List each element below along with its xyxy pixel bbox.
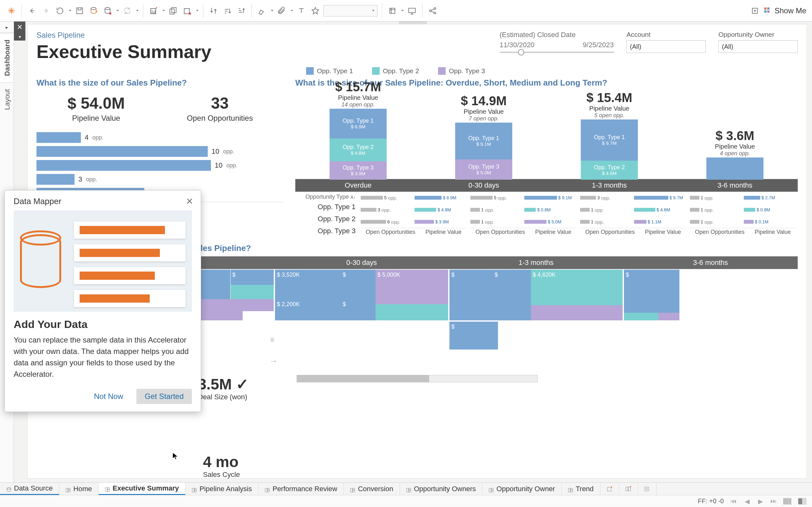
- redo-icon[interactable]: [40, 5, 52, 16]
- tm-cell[interactable]: $ 3,520K: [275, 270, 341, 299]
- account-filter[interactable]: (All): [626, 40, 706, 53]
- sheet-tab[interactable]: Opportunity Owner: [483, 483, 562, 495]
- toolbar-search[interactable]: [323, 5, 377, 16]
- sheet-tab[interactable]: Opportunity Owners: [400, 483, 483, 495]
- sheet-tab[interactable]: Pipeline Analysis: [186, 483, 258, 495]
- hamburger-icon[interactable]: ☰: [270, 337, 274, 342]
- tm-cell[interactable]: $ 5,000K: [375, 270, 448, 304]
- sheet-tab[interactable]: Performance Review: [258, 483, 344, 495]
- tm-cell[interactable]: $: [231, 270, 274, 285]
- pause-data-icon[interactable]: [102, 5, 113, 16]
- first-sheet-icon[interactable]: ⏮: [730, 498, 737, 505]
- clear-icon[interactable]: [182, 5, 193, 16]
- bar-row[interactable]: 4opp.: [37, 132, 284, 143]
- stacked-column[interactable]: $ 15.7MPipeline Value14 open opp. Opp. T…: [329, 80, 387, 180]
- star-icon[interactable]: [310, 5, 321, 16]
- grid-view-icon[interactable]: [783, 498, 792, 504]
- save-icon[interactable]: [74, 5, 85, 16]
- mini-row[interactable]: 1opp. $ 2.7M: [690, 192, 796, 204]
- not-now-button[interactable]: Not Now: [86, 389, 131, 404]
- svg-rect-32: [353, 490, 355, 492]
- bar-row[interactable]: 10opp.: [37, 146, 284, 157]
- tm-cell[interactable]: $: [341, 270, 375, 299]
- tm-cell[interactable]: $ 2,200K: [275, 299, 341, 320]
- dialog-close-icon[interactable]: ✕: [186, 196, 193, 207]
- stacked-column[interactable]: $ 14.9MPipeline Value7 open opp. Opp. Ty…: [455, 94, 512, 180]
- bar-row[interactable]: 3opp.: [37, 174, 284, 185]
- tm-cell[interactable]: $: [493, 270, 531, 320]
- breadcrumb[interactable]: Sales Pipeline: [37, 31, 211, 40]
- new-worksheet-icon[interactable]: [148, 5, 159, 16]
- duplicate-icon[interactable]: [167, 5, 179, 16]
- undo-icon[interactable]: [26, 5, 38, 16]
- fit-icon[interactable]: [387, 5, 398, 16]
- guide-icon[interactable]: [749, 5, 761, 16]
- tm-cell[interactable]: $: [450, 322, 498, 349]
- highlight-icon[interactable]: [256, 5, 268, 16]
- text-icon[interactable]: [296, 5, 307, 16]
- close-icon[interactable]: ✕: [14, 21, 26, 33]
- new-dashboard-button[interactable]: [619, 483, 638, 495]
- tableau-logo-icon[interactable]: [6, 5, 17, 16]
- tm-cell[interactable]: $: [624, 270, 679, 313]
- tm-cell[interactable]: $: [341, 299, 375, 320]
- mini-row[interactable]: 6opp. $ 3.9M: [361, 216, 467, 228]
- tab-data-source[interactable]: Data Source: [0, 483, 59, 495]
- mini-row[interactable]: 5opp. $ 6.9M: [361, 192, 467, 204]
- new-sheet-button[interactable]: [600, 483, 619, 495]
- tm-cell[interactable]: $ 4,620K: [531, 270, 623, 305]
- tm-cell[interactable]: [243, 299, 274, 311]
- mini-row[interactable]: 3opp. $ 9.7M: [580, 192, 686, 204]
- prev-sheet-icon[interactable]: ◀: [744, 498, 751, 505]
- mini-row[interactable]: 1opp. $ 0.1M: [690, 216, 796, 228]
- sheet-tab[interactable]: Trend: [562, 483, 600, 495]
- legend-t3: Opp. Type 3: [449, 67, 485, 75]
- stacked-column[interactable]: $ 3.6MPipeline Value4 open opp.: [706, 129, 763, 180]
- tm-cell[interactable]: [658, 313, 679, 320]
- sidetab-layout[interactable]: Layout: [0, 82, 14, 116]
- tm-cell[interactable]: [211, 299, 242, 320]
- sheet-tab[interactable]: Executive Summary: [99, 483, 186, 495]
- attach-icon[interactable]: [276, 5, 287, 16]
- split-view-icon[interactable]: [798, 498, 806, 504]
- mini-row[interactable]: 1opp. $ 0.8M: [690, 204, 796, 216]
- mini-row[interactable]: 1opp. $ 0.8M: [470, 204, 576, 216]
- revert-icon[interactable]: [54, 5, 66, 16]
- show-me-label[interactable]: Show Me: [774, 6, 806, 15]
- sheet-tab[interactable]: Conversion: [344, 483, 400, 495]
- swap-icon[interactable]: [208, 5, 219, 16]
- mini-row[interactable]: 1opp. $ 4.6M: [580, 204, 686, 216]
- refresh-icon[interactable]: [121, 5, 133, 16]
- date-slider[interactable]: [500, 52, 614, 53]
- tm-cell[interactable]: [624, 313, 658, 320]
- tm-cell[interactable]: [231, 285, 274, 299]
- mini-row[interactable]: 5opp. $ 9.1M: [470, 192, 576, 204]
- tm-cell[interactable]: $: [450, 270, 493, 320]
- sidetab-dashboard[interactable]: Dashboard: [0, 33, 14, 82]
- expand-panel-icon[interactable]: ▸: [0, 21, 14, 33]
- canvas-menu-icon[interactable]: ▾: [14, 33, 26, 41]
- last-sheet-icon[interactable]: ⏭: [770, 498, 777, 505]
- svg-rect-22: [107, 488, 109, 489]
- mini-row[interactable]: 1opp. $ 1.1M: [580, 216, 686, 228]
- slider-thumb[interactable]: [518, 49, 524, 55]
- new-story-button[interactable]: [638, 483, 657, 495]
- owner-filter[interactable]: (All): [718, 40, 798, 53]
- share-icon[interactable]: [427, 5, 438, 16]
- show-me-icon[interactable]: [763, 6, 772, 15]
- forward-arrow-icon[interactable]: →: [269, 356, 278, 366]
- tm-cell[interactable]: [375, 304, 448, 320]
- get-started-button[interactable]: Get Started: [136, 389, 192, 404]
- mini-row[interactable]: 1opp. $ 5.0M: [470, 216, 576, 228]
- new-data-source-icon[interactable]: [88, 5, 99, 16]
- mini-row[interactable]: 3opp. $ 4.8M: [361, 204, 467, 216]
- presentation-icon[interactable]: [406, 5, 418, 16]
- sort-asc-icon[interactable]: [222, 5, 233, 16]
- stacked-column[interactable]: $ 15.4MPipeline Value5 open opp. Opp. Ty…: [581, 91, 638, 180]
- tm-cell[interactable]: [531, 305, 623, 320]
- next-sheet-icon[interactable]: ▶: [757, 498, 764, 505]
- sort-desc-icon[interactable]: [236, 5, 247, 16]
- horizontal-scrollbar[interactable]: [297, 375, 538, 383]
- bar-row[interactable]: 10opp.: [37, 160, 284, 171]
- sheet-tab[interactable]: Home: [59, 483, 99, 495]
